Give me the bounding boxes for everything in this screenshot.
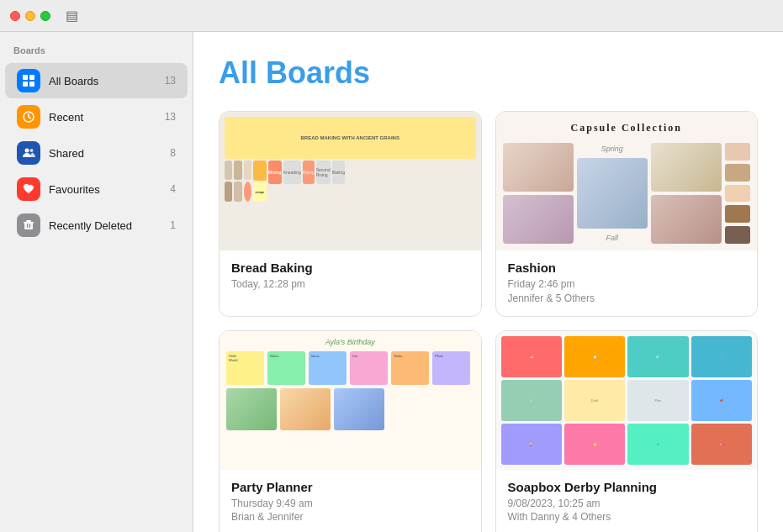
sidebar-item-count-favourites: 4: [170, 183, 176, 195]
board-card-party-planner[interactable]: Ayla's Birthday HelloWorld Notes Ideas L…: [219, 330, 482, 532]
sidebar-item-recently-deleted[interactable]: Recently Deleted1: [5, 208, 188, 243]
content-area: All Boards BREAD MAKING WITH ANCIENT GRA…: [193, 32, 783, 532]
sidebar-item-count-all-boards: 13: [165, 75, 176, 87]
svg-point-6: [30, 149, 34, 152]
people-icon: [17, 141, 40, 165]
board-meta-party-planner: Thursday 9:49 am: [231, 497, 469, 511]
sidebar-item-count-recently-deleted: 1: [170, 219, 176, 231]
board-card-soapbox-derby[interactable]: 🏎 📋 ⚙ 🔧 ✓ Draft Plan 📌 🏆 ⭐ ✓ 🎯 Soapbox D…: [495, 330, 759, 532]
traffic-lights: [10, 11, 50, 21]
board-info-bread-baking: Bread BakingToday, 12:28 pm: [220, 250, 481, 302]
board-meta-fashion: Friday 2:46 pm: [508, 277, 746, 292]
board-meta-soapbox-derby: 9/08/2023, 10:25 am: [508, 497, 746, 511]
board-thumbnail-party-planner: Ayla's Birthday HelloWorld Notes Ideas L…: [220, 331, 481, 470]
board-collaborators-party-planner: Brian & Jennifer: [231, 510, 469, 524]
svg-rect-3: [29, 82, 34, 87]
app-body: Boards All Boards13 Recent13 Shared8 Fav…: [0, 32, 783, 532]
board-thumbnail-bread-baking: BREAD MAKING WITH ANCIENT GRAINS recipe: [220, 112, 481, 250]
board-name-bread-baking: Bread Baking: [231, 261, 469, 275]
board-thumbnail-soapbox-derby: 🏎 📋 ⚙ 🔧 ✓ Draft Plan 📌 🏆 ⭐ ✓ 🎯: [496, 331, 758, 470]
board-thumbnail-fashion: Capsule Collection Spring Fall: [496, 112, 758, 250]
sidebar-item-label-all-boards: All Boards: [49, 75, 156, 87]
board-meta-bread-baking: Today, 12:28 pm: [231, 277, 469, 292]
grid-icon: [17, 69, 40, 92]
clock-icon: [17, 105, 40, 129]
svg-rect-8: [26, 220, 31, 222]
board-collaborators-fashion: Jennifer & 5 Others: [508, 292, 746, 306]
maximize-button[interactable]: [40, 11, 50, 21]
close-button[interactable]: [10, 11, 20, 21]
minimize-button[interactable]: [25, 11, 35, 21]
sidebar-item-recent[interactable]: Recent13: [5, 99, 188, 134]
boards-grid: BREAD MAKING WITH ANCIENT GRAINS recipe: [219, 111, 758, 532]
board-name-fashion: Fashion: [508, 261, 746, 275]
board-name-party-planner: Party Planner: [231, 480, 469, 494]
sidebar-item-all-boards[interactable]: All Boards13: [5, 63, 188, 98]
sidebar-toggle-button[interactable]: ▤: [66, 8, 78, 24]
svg-point-5: [25, 149, 29, 153]
sidebar-item-favourites[interactable]: Favourites4: [5, 171, 188, 207]
svg-rect-10: [27, 224, 28, 228]
svg-rect-2: [23, 82, 28, 87]
board-collaborators-soapbox-derby: With Danny & 4 Others: [508, 510, 746, 524]
sidebar-item-label-recent: Recent: [49, 111, 156, 124]
board-name-soapbox-derby: Soapbox Derby Planning: [508, 480, 746, 494]
sidebar-item-label-favourites: Favourites: [49, 183, 161, 196]
board-info-fashion: FashionFriday 2:46 pmJennifer & 5 Others: [496, 250, 758, 316]
board-card-bread-baking[interactable]: BREAD MAKING WITH ANCIENT GRAINS recipe: [219, 111, 482, 317]
heart-icon: [17, 177, 40, 201]
sidebar-item-label-shared: Shared: [49, 147, 161, 160]
titlebar: ▤: [0, 0, 783, 32]
svg-rect-11: [29, 224, 30, 228]
svg-rect-1: [29, 75, 34, 80]
sidebar-item-shared[interactable]: Shared8: [5, 135, 188, 171]
page-title: All Boards: [219, 55, 758, 91]
sidebar-item-count-shared: 8: [170, 147, 176, 159]
svg-rect-9: [24, 222, 34, 224]
svg-rect-0: [23, 75, 28, 80]
sidebar: Boards All Boards13 Recent13 Shared8 Fav…: [0, 32, 193, 532]
sidebar-item-count-recent: 13: [165, 111, 176, 123]
board-info-soapbox-derby: Soapbox Derby Planning9/08/2023, 10:25 a…: [496, 470, 758, 532]
board-card-fashion[interactable]: Capsule Collection Spring Fall: [495, 111, 759, 317]
sidebar-section-title: Boards: [0, 42, 193, 62]
board-info-party-planner: Party PlannerThursday 9:49 amBrian & Jen…: [220, 470, 481, 532]
sidebar-item-label-recently-deleted: Recently Deleted: [49, 219, 161, 232]
trash-icon: [17, 213, 40, 237]
